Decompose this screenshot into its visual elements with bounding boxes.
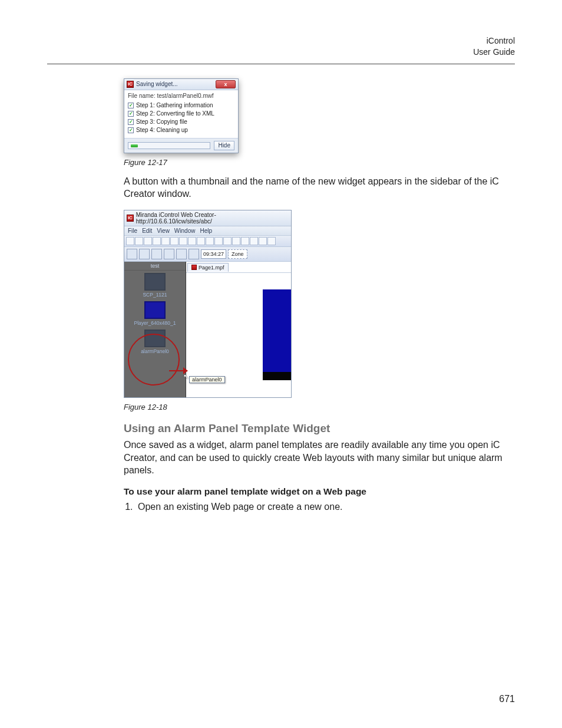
step-3: ✓ Step 3: Copying file xyxy=(128,118,234,126)
menu-bar: File Edit View Window Help xyxy=(124,226,291,236)
tool-redo-icon[interactable] xyxy=(188,237,196,245)
tab-label: Page1.mpf xyxy=(199,263,224,272)
procedure-heading: To use your alarm panel template widget … xyxy=(124,486,509,497)
tool-ungroup-icon[interactable] xyxy=(223,237,232,245)
canvas-element-blue[interactable] xyxy=(263,289,291,372)
tool-select-icon[interactable] xyxy=(206,237,214,245)
menu-edit[interactable]: Edit xyxy=(142,228,152,234)
menu-view[interactable]: View xyxy=(157,228,170,234)
sidebar-thumb-2[interactable] xyxy=(144,301,166,319)
tool-more-icon[interactable] xyxy=(267,237,276,245)
tab-icon xyxy=(191,265,197,270)
tool-back-icon[interactable] xyxy=(241,237,249,245)
step-2-label: Step 2: Converting file to XML xyxy=(136,110,214,117)
tool-save-icon[interactable] xyxy=(144,237,152,245)
paragraph-1: A button with a thumbnail and the name o… xyxy=(124,175,509,200)
app-icon: iC xyxy=(127,81,134,88)
tool-panel-icon[interactable] xyxy=(139,249,150,259)
time-display: 09:34:27 xyxy=(201,249,226,259)
tool-grid-icon[interactable] xyxy=(164,249,174,259)
tool-undo-icon[interactable] xyxy=(179,237,187,245)
check-icon: ✓ xyxy=(128,127,134,133)
page-number: 671 xyxy=(499,694,515,704)
step-4-label: Step 4: Cleaning up xyxy=(136,127,188,133)
figure-12-17-caption: Figure 12-17 xyxy=(124,158,509,167)
menu-file[interactable]: File xyxy=(128,228,137,234)
app-window-title: Miranda iControl Web Creator-http://10.6… xyxy=(136,212,289,225)
step-3-label: Step 3: Copying file xyxy=(136,118,187,125)
ic-creator-window: iC Miranda iControl Web Creator-http://1… xyxy=(124,210,292,398)
tool-copy-icon[interactable] xyxy=(161,237,170,245)
menu-help[interactable]: Help xyxy=(200,228,212,234)
tool-new-icon[interactable] xyxy=(126,237,134,245)
sidebar-title: test xyxy=(124,262,186,271)
tool-cut-icon[interactable] xyxy=(153,237,161,245)
tool-open-icon[interactable] xyxy=(135,237,143,245)
canvas-element-black[interactable] xyxy=(263,372,291,380)
sidebar-thumb-1[interactable] xyxy=(144,273,166,291)
drag-tooltip: alarmPanel0 xyxy=(189,376,225,383)
toolbar-1 xyxy=(124,236,291,247)
tool-align-icon[interactable] xyxy=(250,237,258,245)
tool-color-icon[interactable] xyxy=(176,249,187,259)
toolbar-2: 09:34:27 Zone xyxy=(124,247,291,262)
dialog-titlebar[interactable]: iC Saving widget... x xyxy=(124,79,238,90)
highlight-circle-annotation xyxy=(128,334,180,386)
tool-props-icon[interactable] xyxy=(259,237,267,245)
dialog-title-text: Saving widget... xyxy=(136,81,216,87)
saving-widget-dialog: iC Saving widget... x File name: test/al… xyxy=(124,78,239,153)
progress-bar xyxy=(128,142,210,149)
page-header: iControl User Guide xyxy=(47,35,515,64)
step-1-label: Step 1: Gathering information xyxy=(136,102,213,108)
close-button[interactable]: x xyxy=(216,80,236,88)
step-2: ✓ Step 2: Converting file to XML xyxy=(128,110,234,118)
sidebar-item-1-label: SCP_1121 xyxy=(127,292,183,298)
sidebar-item-2-label: Player_640x480_1 xyxy=(127,320,183,326)
annotation-arrow xyxy=(169,370,184,371)
procedure-steps: Open an existing Web page or create a ne… xyxy=(135,500,509,513)
section-heading: Using an Alarm Panel Template Widget xyxy=(124,422,509,435)
menu-window[interactable]: Window xyxy=(174,228,196,234)
widget-sidebar: test SCP_1121 Player_640x480_1 alarmPane… xyxy=(124,262,186,397)
file-name-line: File name: test/alarmPanel0.mwf xyxy=(128,93,234,101)
paragraph-2: Once saved as a widget, alarm panel temp… xyxy=(124,439,509,477)
step-4: ✓ Step 4: Cleaning up xyxy=(128,126,234,134)
check-icon: ✓ xyxy=(128,111,134,117)
doc-type: User Guide xyxy=(47,47,515,58)
tool-front-icon[interactable] xyxy=(232,237,240,245)
tool-group-icon[interactable] xyxy=(214,237,223,245)
step-1: ✓ Step 1: Gathering information xyxy=(128,101,234,110)
app-titlebar[interactable]: iC Miranda iControl Web Creator-http://1… xyxy=(124,210,291,226)
cursor-icon: ↖ xyxy=(183,373,189,381)
hide-button[interactable]: Hide xyxy=(214,141,234,150)
page-tab[interactable]: Page1.mpf xyxy=(187,263,229,272)
figure-12-18-caption: Figure 12-18 xyxy=(124,403,509,411)
step-item-1: Open an existing Web page or create a ne… xyxy=(135,500,509,513)
tool-globe-icon[interactable] xyxy=(151,249,162,259)
tool-schedule-icon[interactable] xyxy=(189,249,199,259)
zone-display[interactable]: Zone xyxy=(228,249,247,259)
check-icon: ✓ xyxy=(128,119,134,125)
check-icon: ✓ xyxy=(128,103,134,108)
tool-paste-icon[interactable] xyxy=(170,237,178,245)
tool-pointer-icon[interactable] xyxy=(197,237,205,245)
product-title: iControl xyxy=(47,35,515,47)
app-icon: iC xyxy=(127,215,134,222)
tool-widget-icon[interactable] xyxy=(127,249,137,259)
